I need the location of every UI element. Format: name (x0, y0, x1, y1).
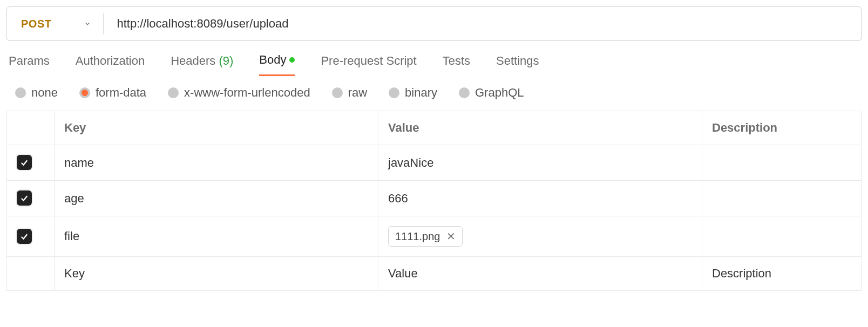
request-tabs: Params Authorization Headers (9) Body Pr… (0, 41, 868, 76)
file-chip-name: 1111.png (395, 230, 440, 243)
cell-key[interactable]: age (55, 181, 378, 216)
table-header-row: Key Value Description (7, 111, 862, 145)
new-key-input[interactable]: Key (55, 257, 378, 291)
tab-label: Pre-request Script (321, 54, 416, 68)
table-row: age 666 (7, 181, 862, 216)
radio-none[interactable]: none (15, 86, 58, 100)
radio-label: none (31, 86, 58, 100)
cell-key[interactable]: file (55, 216, 378, 257)
radio-icon (389, 87, 399, 98)
file-chip[interactable]: 1111.png ✕ (388, 226, 463, 247)
radio-label: form-data (96, 86, 146, 100)
cell-value[interactable]: 666 (378, 181, 702, 216)
new-value-input[interactable]: Value (378, 257, 702, 291)
radio-label: x-www-form-urlencoded (184, 86, 310, 100)
tab-prerequest-script[interactable]: Pre-request Script (321, 54, 416, 76)
tab-settings[interactable]: Settings (496, 54, 539, 76)
cell-description[interactable] (702, 145, 862, 181)
row-checkbox[interactable] (17, 155, 32, 170)
radio-x-www-form-urlencoded[interactable]: x-www-form-urlencoded (168, 86, 310, 100)
tab-authorization[interactable]: Authorization (76, 54, 145, 76)
new-row-check (7, 257, 55, 291)
radio-icon (332, 87, 343, 98)
tab-headers[interactable]: Headers (9) (171, 54, 233, 76)
http-method-label: POST (21, 18, 51, 30)
tab-tests[interactable]: Tests (443, 54, 470, 76)
radio-icon (79, 87, 90, 98)
chevron-down-icon (84, 18, 91, 30)
tab-body[interactable]: Body (259, 53, 295, 76)
row-checkbox[interactable] (17, 190, 32, 206)
table-row: file 1111.png ✕ (7, 216, 862, 257)
table-row-new: Key Value Description (7, 257, 862, 291)
cell-value[interactable]: javaNice (378, 145, 702, 181)
cell-description[interactable] (702, 216, 862, 257)
radio-graphql[interactable]: GraphQL (459, 86, 524, 100)
header-key: Key (55, 111, 378, 145)
radio-raw[interactable]: raw (332, 86, 367, 100)
radio-label: GraphQL (475, 86, 524, 100)
radio-label: binary (405, 86, 437, 100)
request-url-bar: POST (6, 6, 862, 41)
tab-label: Params (9, 54, 50, 68)
tab-label: Authorization (76, 54, 145, 68)
new-description-input[interactable]: Description (702, 257, 862, 291)
http-method-select[interactable]: POST (7, 7, 103, 40)
remove-file-icon[interactable]: ✕ (446, 230, 456, 243)
radio-icon (15, 87, 26, 98)
header-description: Description (702, 111, 862, 145)
radio-form-data[interactable]: form-data (79, 86, 146, 100)
tab-label: Headers (171, 54, 215, 68)
tab-label: Body (259, 53, 286, 67)
table-row: name javaNice (7, 145, 862, 181)
cell-description[interactable] (702, 181, 862, 216)
tab-label: Tests (443, 54, 470, 68)
radio-icon (168, 87, 179, 98)
header-checkbox-col (7, 111, 55, 145)
row-checkbox[interactable] (17, 229, 32, 244)
tab-params[interactable]: Params (9, 54, 50, 76)
active-dot-icon (289, 57, 295, 63)
tab-label: Settings (496, 54, 539, 68)
radio-binary[interactable]: binary (389, 86, 437, 100)
request-url-input[interactable] (104, 7, 861, 40)
radio-label: raw (348, 86, 367, 100)
radio-icon (459, 87, 470, 98)
form-data-table: Key Value Description name javaNice age … (6, 111, 862, 291)
body-type-radios: none form-data x-www-form-urlencoded raw… (0, 76, 868, 111)
cell-value[interactable]: 1111.png ✕ (378, 216, 702, 257)
cell-key[interactable]: name (55, 145, 378, 181)
header-value: Value (378, 111, 702, 145)
tab-count: (9) (219, 54, 233, 68)
